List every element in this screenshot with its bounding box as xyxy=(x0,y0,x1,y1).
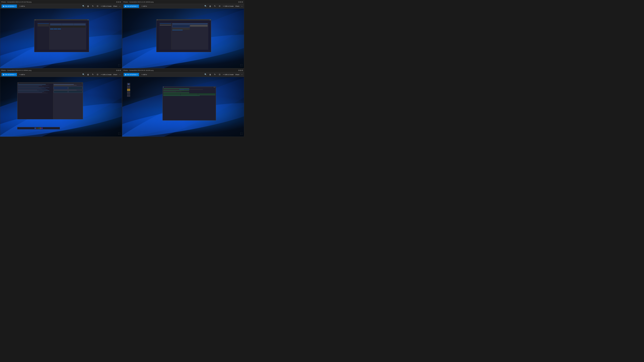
crop-icon-br[interactable]: ⊡ xyxy=(218,73,221,76)
minimize-btn-bl[interactable] xyxy=(116,70,118,71)
photo-panel-top-left: Photos - Screenshot 2023-12-25 012748.pn… xyxy=(0,0,122,68)
edit-create-btn-br[interactable]: ✂ Edit & Create xyxy=(223,74,234,75)
share-label-bl: Share xyxy=(113,74,117,75)
more-options-bl[interactable]: ··· xyxy=(119,73,120,76)
close-btn-tr[interactable] xyxy=(242,1,243,3)
zoom-in-icon-bl[interactable]: 🔍 xyxy=(82,73,85,76)
side-panel-br xyxy=(127,83,132,97)
side-item-4 xyxy=(127,91,130,94)
add-to-label-br: + Add to xyxy=(142,74,147,75)
share-btn-tl[interactable]: Share xyxy=(113,5,117,7)
delete-icon-bl[interactable]: 🗑 xyxy=(87,73,90,76)
panel-content-tr: ⛶ xyxy=(122,8,244,68)
edit-create-label-bl: ✂ Edit & Create xyxy=(101,74,112,75)
side-item-1 xyxy=(127,83,130,85)
close-btn-tl[interactable] xyxy=(120,1,121,3)
window-controls-bl xyxy=(116,70,121,71)
see-all-photos-btn-tr[interactable]: ▦ See all photos ▾ xyxy=(124,4,139,8)
titlebar-bl: Photos - Screenshot 2024-02-21 003641.pn… xyxy=(0,68,122,72)
window-controls-br xyxy=(238,70,243,71)
minimize-btn-br[interactable] xyxy=(238,70,240,71)
add-to-btn-tl[interactable]: + Add to xyxy=(18,4,26,8)
see-all-photos-label-tr: See all photos xyxy=(127,5,136,7)
edit-create-btn-bl[interactable]: ✂ Edit & Create xyxy=(101,74,112,75)
add-to-btn-br[interactable]: + Add to xyxy=(140,73,148,76)
share-label-tr: Share xyxy=(235,5,239,7)
screenshot-tr xyxy=(156,19,211,52)
toolbar-tr: ▦ See all photos ▾ + Add to 🔍 🗑 ↻ ⊡ ✂ Ed… xyxy=(122,4,244,8)
delete-icon-tr[interactable]: 🗑 xyxy=(209,5,212,7)
add-to-btn-tr[interactable]: + Add to xyxy=(140,4,148,8)
zoom-in-icon-tl[interactable]: 🔍 xyxy=(82,5,85,7)
minimize-btn-tl[interactable] xyxy=(116,1,118,3)
zoom-in-icon-tr[interactable]: 🔍 xyxy=(204,5,207,7)
edit-create-label-tl: ✂ Edit & Create xyxy=(101,5,112,7)
more-options-tl[interactable]: ··· xyxy=(119,5,120,7)
share-btn-bl[interactable]: Share xyxy=(113,74,117,75)
photo-panel-top-right: Photos - Screenshot 2023-12-26 180320.pn… xyxy=(122,0,244,68)
photo-panel-bottom-left: Photos - Screenshot 2024-02-21 003641.pn… xyxy=(0,68,122,137)
see-all-photos-btn-tl[interactable]: ▦ See all photos ▾ xyxy=(2,4,17,8)
close-btn-bl[interactable] xyxy=(120,70,121,71)
panel-content-br: ⛶ xyxy=(122,77,244,137)
chevron-br: ▾ xyxy=(137,74,138,75)
side-item-5 xyxy=(127,94,130,97)
zoom-in-icon-br[interactable]: 🔍 xyxy=(204,73,207,76)
share-btn-tr[interactable]: Share xyxy=(235,5,239,7)
title-tl: Photos - Screenshot 2023-12-25 012748.pn… xyxy=(1,1,116,3)
expand-icon-tr[interactable]: ⛶ xyxy=(240,64,242,66)
see-all-photos-icon-bl: ▦ xyxy=(3,74,4,75)
expand-icon-br[interactable]: ⛶ xyxy=(240,133,242,135)
chevron-tl: ▾ xyxy=(15,5,16,7)
minimize-btn-tr[interactable] xyxy=(238,1,240,3)
toolbar-right-bl: 🔍 🗑 ↻ ⊡ ✂ Edit & Create Share ··· xyxy=(82,73,120,76)
rotate-icon-tl[interactable]: ↻ xyxy=(92,5,94,7)
toolbar-tl: ▦ See all photos ▾ + Add to 🔍 🗑 ↻ ⊡ ✂ Ed… xyxy=(0,4,122,8)
toolbar-br: ▦ See all photos ▾ + Add to 🔍 🗑 ↻ ⊡ ✂ Ed… xyxy=(122,72,244,77)
add-to-btn-bl[interactable]: + Add to xyxy=(18,73,26,76)
titlebar-tr: Photos - Screenshot 2023-12-26 180320.pn… xyxy=(122,0,244,4)
chevron-tr: ▾ xyxy=(137,5,138,7)
close-btn-br[interactable] xyxy=(242,70,243,71)
edit-create-btn-tl[interactable]: ✂ Edit & Create xyxy=(101,5,112,7)
see-all-photos-label-br: See all photos xyxy=(127,74,136,75)
edit-create-label-br: ✂ Edit & Create xyxy=(223,74,234,75)
maximize-btn-br[interactable] xyxy=(240,70,241,71)
maximize-btn-bl[interactable] xyxy=(118,70,119,71)
more-options-br[interactable]: ··· xyxy=(241,73,243,76)
share-btn-br[interactable]: Share xyxy=(235,74,239,75)
delete-icon-tl[interactable]: 🗑 xyxy=(87,5,90,7)
rotate-icon-tr[interactable]: ↻ xyxy=(214,5,216,7)
see-all-photos-btn-bl[interactable]: ▦ See all photos ▾ xyxy=(2,73,17,76)
window-controls-tr xyxy=(238,1,243,3)
edit-create-btn-tr[interactable]: ✂ Edit & Create xyxy=(223,5,234,7)
title-bl: Photos - Screenshot 2024-02-21 003641.pn… xyxy=(1,69,116,71)
toolbar-bl: ▦ See all photos ▾ + Add to 🔍 🗑 ↻ ⊡ ✂ Ed… xyxy=(0,72,122,77)
titlebar-tl: Photos - Screenshot 2023-12-25 012748.pn… xyxy=(0,0,122,4)
crop-icon-tl[interactable]: ⊡ xyxy=(96,5,99,7)
see-all-photos-icon-tr: ▦ xyxy=(125,5,126,7)
share-label-tl: Share xyxy=(113,5,117,7)
title-br: Photos - Screenshot 2024-09-30 181535.pn… xyxy=(123,69,238,71)
crop-icon-bl[interactable]: ⊡ xyxy=(96,73,99,76)
see-all-photos-btn-br[interactable]: ▦ See all photos ▾ xyxy=(124,73,139,76)
panel-content-tl: ⛶ xyxy=(0,8,122,68)
expand-icon-tl[interactable]: ⛶ xyxy=(118,64,120,66)
screenshot-tl xyxy=(34,19,89,52)
panel-content-bl: ⛶ xyxy=(0,77,122,137)
toolbar-right-br: 🔍 🗑 ↻ ⊡ ✂ Edit & Create Share ··· xyxy=(204,73,243,76)
rotate-icon-br[interactable]: ↻ xyxy=(214,73,216,76)
maximize-btn-tl[interactable] xyxy=(118,1,119,3)
delete-icon-br[interactable]: 🗑 xyxy=(209,73,212,76)
window-controls-tl xyxy=(116,1,121,3)
add-to-label-tr: + Add to xyxy=(142,5,147,7)
maximize-btn-tr[interactable] xyxy=(240,1,241,3)
more-options-tr[interactable]: ··· xyxy=(241,5,243,7)
share-label-br: Share xyxy=(235,74,239,75)
edit-create-label-tr: ✂ Edit & Create xyxy=(223,5,234,7)
expand-icon-bl[interactable]: ⛶ xyxy=(118,133,120,135)
crop-icon-tr[interactable]: ⊡ xyxy=(218,5,221,7)
toolbar-right-tr: 🔍 🗑 ↻ ⊡ ✂ Edit & Create Share ··· xyxy=(204,5,243,7)
rotate-icon-bl[interactable]: ↻ xyxy=(92,73,94,76)
screenshot-br xyxy=(162,86,216,120)
